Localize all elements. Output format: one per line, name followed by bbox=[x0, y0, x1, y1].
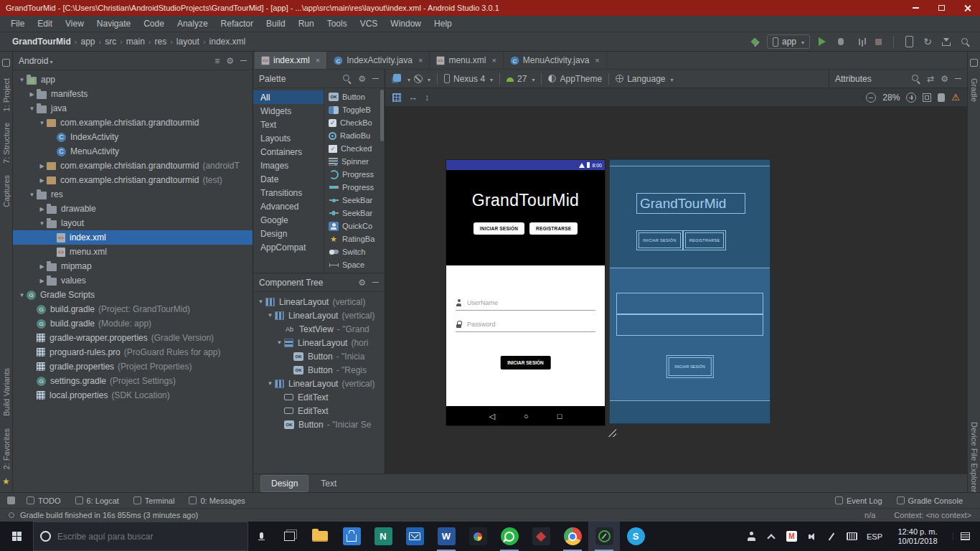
language-indicator[interactable]: ESP bbox=[867, 532, 882, 541]
tool-window-button[interactable]: 1: Project bbox=[2, 78, 11, 111]
tool-window-button[interactable]: TODO bbox=[27, 496, 61, 505]
preview-register-button[interactable]: REGISTRARSE bbox=[529, 222, 578, 235]
zoom-to-fit-icon[interactable] bbox=[923, 93, 931, 102]
keyboard-icon[interactable] bbox=[847, 531, 857, 542]
api-level-select[interactable]: 27 bbox=[517, 74, 527, 84]
tab-close-icon[interactable]: × bbox=[595, 56, 599, 65]
project-tree-item[interactable]: gradle-wrapper.properties(Gradle Version… bbox=[13, 331, 253, 345]
tree-arrow-icon[interactable]: ▶ bbox=[37, 206, 47, 212]
project-tree-item[interactable]: settings.gradle(Project Settings) bbox=[13, 374, 253, 388]
zoom-in-icon[interactable] bbox=[906, 93, 916, 103]
action-center-button[interactable] bbox=[953, 532, 977, 540]
tool-window-button[interactable]: Gradle bbox=[970, 78, 979, 102]
project-tree-item[interactable]: ▼java bbox=[13, 101, 253, 116]
gear-icon[interactable] bbox=[358, 278, 366, 288]
palette-category-all[interactable]: All bbox=[253, 90, 324, 104]
breadcrumb-item[interactable]: res bbox=[153, 37, 169, 47]
editor-tab[interactable]: menu.xml× bbox=[430, 52, 503, 69]
taskbar-search[interactable] bbox=[33, 522, 248, 551]
hide-panel-icon[interactable] bbox=[372, 78, 379, 80]
gear-icon[interactable] bbox=[941, 74, 948, 84]
project-tree-item[interactable]: IndexActivity bbox=[13, 130, 253, 144]
menu-item-tools[interactable]: Tools bbox=[321, 16, 354, 32]
maximize-button[interactable] bbox=[928, 0, 954, 16]
preview-login-button[interactable]: INICIAR SESIÓN bbox=[473, 222, 524, 235]
run-configuration-select[interactable]: app bbox=[767, 34, 810, 49]
tool-window-button[interactable]: 2: Favorites bbox=[2, 428, 11, 469]
project-view-select[interactable]: Android bbox=[19, 56, 48, 66]
collapse-all-icon[interactable] bbox=[215, 56, 220, 66]
hide-panel-icon[interactable] bbox=[955, 78, 961, 80]
tool-window-button[interactable]: 6: Logcat bbox=[75, 496, 119, 505]
tree-arrow-icon[interactable]: ▼ bbox=[37, 120, 47, 126]
palette-item[interactable]: Progress bbox=[324, 168, 385, 181]
gradle-sync-button[interactable] bbox=[921, 35, 934, 48]
menu-item-code[interactable]: Code bbox=[137, 16, 171, 32]
tool-window-switcher-icon[interactable] bbox=[7, 496, 15, 504]
whatsapp-taskbar-button[interactable] bbox=[494, 522, 525, 551]
component-tree-item[interactable]: ▼LinearLayout(vertical) bbox=[253, 377, 385, 390]
taskbar-clock[interactable]: 12:40 p. m. 10/01/2018 bbox=[892, 527, 943, 546]
palette-item[interactable]: ToggleB bbox=[324, 103, 385, 116]
people-icon[interactable] bbox=[746, 531, 757, 542]
project-tree-item[interactable]: MenuActivity bbox=[13, 144, 253, 159]
preview-password-field[interactable]: Password bbox=[456, 316, 595, 332]
project-tree-item[interactable]: gradle.properties(Project Properties) bbox=[13, 359, 253, 374]
menu-item-vcs[interactable]: VCS bbox=[354, 16, 385, 32]
stop-button[interactable] bbox=[872, 35, 885, 48]
tree-arrow-icon[interactable]: ▶ bbox=[37, 177, 47, 184]
blueprint-submit-button[interactable]: INICIAR SESIÓN bbox=[668, 357, 711, 376]
project-tree-item[interactable]: ▶drawable bbox=[13, 202, 253, 216]
tab-design[interactable]: Design bbox=[260, 475, 308, 492]
palette-scrollbar[interactable] bbox=[380, 90, 384, 141]
preview-header-section[interactable]: GrandTourMid INICIAR SESIÓN REGISTRARSE bbox=[446, 170, 605, 265]
gear-icon[interactable] bbox=[358, 74, 366, 84]
menu-item-view[interactable]: View bbox=[59, 16, 90, 32]
palette-item[interactable]: Switch bbox=[324, 245, 385, 258]
tree-arrow-icon[interactable]: ▼ bbox=[17, 77, 27, 83]
project-tree-item[interactable]: menu.xml bbox=[13, 245, 253, 259]
tree-arrow-icon[interactable]: ▼ bbox=[275, 339, 284, 346]
tree-arrow-icon[interactable]: ▼ bbox=[265, 312, 275, 319]
editor-tab[interactable]: index.xml× bbox=[255, 52, 327, 69]
gear-icon[interactable] bbox=[226, 56, 234, 66]
close-button[interactable] bbox=[954, 0, 980, 16]
chrome-taskbar-button[interactable] bbox=[557, 522, 588, 551]
blueprint-mode-icon[interactable] bbox=[414, 75, 423, 83]
volume-icon[interactable] bbox=[806, 531, 817, 542]
tree-arrow-icon[interactable]: ▼ bbox=[256, 298, 265, 305]
palette-category-transitions[interactable]: Transitions bbox=[253, 186, 324, 199]
menu-item-file[interactable]: File bbox=[4, 16, 31, 32]
palette-item[interactable]: Space bbox=[324, 258, 385, 271]
word-taskbar-button[interactable]: W bbox=[430, 522, 462, 551]
component-tree-item[interactable]: TextView- "Grand bbox=[253, 322, 385, 336]
palette-item[interactable]: Checked bbox=[324, 142, 385, 155]
minimize-button[interactable] bbox=[903, 0, 928, 16]
palette-category-layouts[interactable]: Layouts bbox=[253, 131, 324, 145]
skype-taskbar-button[interactable]: S bbox=[620, 522, 651, 551]
palette-category-advanced[interactable]: Advanced bbox=[253, 199, 324, 213]
tree-arrow-icon[interactable]: ▼ bbox=[27, 192, 37, 198]
tab-close-icon[interactable]: × bbox=[316, 56, 320, 65]
start-button[interactable] bbox=[0, 522, 33, 551]
warnings-icon[interactable] bbox=[951, 92, 960, 103]
avd-manager-button[interactable] bbox=[903, 35, 915, 48]
project-tree-item[interactable]: ▼res bbox=[13, 187, 253, 202]
breadcrumb-item[interactable]: index.xml bbox=[207, 37, 248, 47]
canvas-resize-handle[interactable] bbox=[606, 427, 616, 437]
tree-arrow-icon[interactable]: ▼ bbox=[17, 292, 27, 298]
tree-arrow-icon[interactable]: ▶ bbox=[37, 278, 47, 284]
blueprint-header-section[interactable]: GrandTourMid INICIAR SESIÓN REGISTRARSE bbox=[610, 166, 770, 268]
dictation-button[interactable] bbox=[248, 522, 274, 551]
store-taskbar-button[interactable] bbox=[336, 522, 367, 551]
palette-item[interactable]: SeekBar bbox=[324, 194, 385, 207]
blueprint-username-edittext[interactable] bbox=[616, 293, 763, 314]
design-preview-screen[interactable]: 8:00 GrandTourMid INICIAR SESIÓN REGISTR… bbox=[446, 160, 605, 425]
palette-item[interactable]: QuickCo bbox=[324, 220, 385, 232]
menu-item-analyze[interactable]: Analyze bbox=[171, 16, 215, 32]
breadcrumb-item[interactable]: app bbox=[78, 37, 97, 47]
project-tree-item[interactable]: ▶mipmap bbox=[13, 259, 253, 273]
pan-hand-icon[interactable] bbox=[938, 93, 945, 102]
design-canvas[interactable]: 8:00 GrandTourMid INICIAR SESIÓN REGISTR… bbox=[385, 107, 967, 474]
orientation-swap-icon[interactable] bbox=[408, 92, 418, 103]
